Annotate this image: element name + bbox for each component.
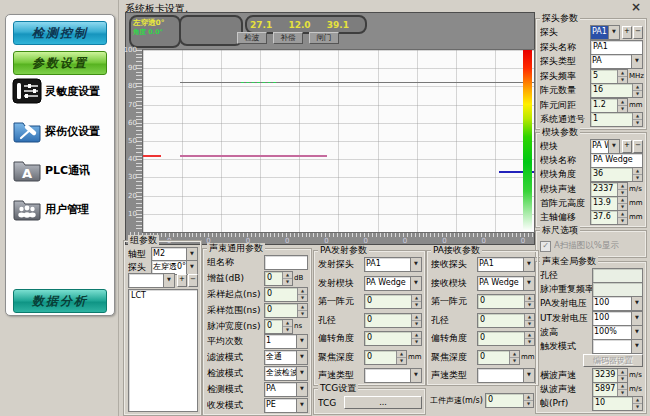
- remove-button[interactable]: −: [633, 140, 643, 153]
- wave-height[interactable]: 100%▼: [592, 325, 643, 340]
- spin-up-icon[interactable]: ▲: [510, 351, 519, 358]
- dropdown-arrow-icon[interactable]: ▼: [631, 55, 642, 68]
- gate-line-green[interactable]: [241, 82, 276, 83]
- txrx-mode[interactable]: PE▼: [264, 398, 308, 413]
- probe-frequency[interactable]: 5▲▼: [590, 69, 628, 84]
- dropdown-arrow-icon[interactable]: ▼: [631, 297, 642, 310]
- spin-down-icon[interactable]: ▼: [618, 77, 627, 83]
- element-pitch[interactable]: 1.2▲▼: [590, 98, 628, 113]
- add-button[interactable]: +: [622, 140, 632, 153]
- dropdown-arrow-icon[interactable]: ▼: [296, 351, 307, 364]
- spin-up-icon[interactable]: ▲: [633, 397, 642, 404]
- blank-display-button[interactable]: [179, 15, 243, 46]
- remove-button[interactable]: −: [188, 274, 198, 287]
- spin-up-icon[interactable]: ▲: [525, 314, 534, 321]
- spin-down-icon[interactable]: ▼: [298, 295, 307, 301]
- spin-up-icon[interactable]: ▲: [412, 314, 421, 321]
- add-button[interactable]: +: [622, 26, 632, 39]
- sample-start[interactable]: 0▲▼: [264, 287, 308, 302]
- dropdown-arrow-icon[interactable]: ▼: [163, 274, 174, 287]
- tx-velocity-type[interactable]: ▼: [364, 368, 422, 383]
- dropdown-arrow-icon[interactable]: ▼: [296, 335, 307, 348]
- spin-down-icon[interactable]: ▼: [525, 302, 534, 308]
- tx-wedge[interactable]: PA Wedge▼: [364, 276, 422, 291]
- tcg-button[interactable]: ...: [344, 396, 422, 409]
- prf-frames[interactable]: 10▲▼: [592, 396, 643, 411]
- spin-down-icon[interactable]: ▼: [283, 279, 292, 285]
- spin-up-icon[interactable]: ▲: [633, 113, 642, 120]
- rx-wedge[interactable]: PA Wedge▼: [477, 276, 535, 291]
- pa-tx-voltage[interactable]: 100▼: [592, 296, 643, 311]
- remove-button[interactable]: −: [633, 26, 643, 39]
- tx-first-element[interactable]: 0▲▼: [364, 294, 422, 309]
- spin-up-icon[interactable]: ▲: [283, 320, 292, 327]
- spin-up-icon[interactable]: ▲: [633, 168, 642, 175]
- dropdown-arrow-icon[interactable]: ▼: [296, 367, 307, 380]
- sidebar-item-user-management[interactable]: 用户管理: [12, 193, 110, 225]
- ut-tx-voltage[interactable]: 100▼: [592, 311, 643, 326]
- spin-down-icon[interactable]: ▼: [298, 311, 307, 317]
- probe-select[interactable]: PA1▼: [590, 25, 620, 40]
- sidebar-button-parameter-settings[interactable]: 参数设置: [13, 51, 107, 75]
- first-element-height[interactable]: 13.9▲▼: [590, 196, 628, 211]
- spin-up-icon[interactable]: ▲: [298, 288, 307, 295]
- spin-up-icon[interactable]: ▲: [618, 369, 627, 376]
- probe-type[interactable]: PA▼: [590, 54, 643, 69]
- spin-down-icon[interactable]: ▼: [412, 302, 421, 308]
- dropdown-arrow-icon[interactable]: ▼: [523, 277, 534, 290]
- spin-down-icon[interactable]: ▼: [525, 321, 534, 327]
- spin-down-icon[interactable]: ▼: [412, 321, 421, 327]
- axis-offset[interactable]: 37.6▲▼: [590, 210, 628, 225]
- spin-down-icon[interactable]: ▼: [633, 175, 642, 181]
- spin-up-icon[interactable]: ▲: [618, 197, 627, 204]
- workpiece-velocity[interactable]: 0▲▼: [485, 393, 534, 408]
- rx-aperture[interactable]: 0▲▼: [477, 313, 535, 328]
- dropdown-arrow-icon[interactable]: ▼: [523, 369, 534, 382]
- rectify-mode[interactable]: 全波检波▼: [264, 366, 308, 381]
- probe-name[interactable]: PA1: [590, 40, 643, 55]
- spin-up-icon[interactable]: ▲: [525, 295, 534, 302]
- spin-up-icon[interactable]: ▲: [618, 99, 627, 106]
- system-channel[interactable]: 1▲▼: [590, 112, 643, 127]
- list-item[interactable]: LCT: [129, 290, 197, 301]
- spin-up-icon[interactable]: ▲: [618, 183, 627, 190]
- sidebar-button-data-analysis[interactable]: 数据分析: [13, 289, 107, 313]
- compensate-button[interactable]: 补偿: [273, 32, 303, 44]
- dropdown-arrow-icon[interactable]: ▼: [410, 277, 421, 290]
- spin-down-icon[interactable]: ▼: [412, 339, 421, 345]
- dropdown-arrow-icon[interactable]: ▼: [608, 26, 619, 39]
- detect-mode[interactable]: PA▼: [264, 382, 308, 397]
- spin-up-icon[interactable]: ▲: [412, 295, 421, 302]
- spin-up-icon[interactable]: ▲: [618, 211, 627, 218]
- close-icon[interactable]: ×: [631, 0, 641, 14]
- dropdown-arrow-icon[interactable]: ▼: [186, 261, 197, 274]
- spin-up-icon[interactable]: ▲: [618, 383, 627, 390]
- dropdown-arrow-icon[interactable]: ▼: [410, 258, 421, 271]
- spin-down-icon[interactable]: ▼: [633, 91, 642, 97]
- spin-down-icon[interactable]: ▼: [633, 404, 642, 410]
- spin-up-icon[interactable]: ▲: [524, 394, 533, 401]
- rx-steer-angle[interactable]: 0▲▼: [477, 331, 535, 346]
- longitudinal-velocity[interactable]: 5897▲▼: [592, 382, 628, 397]
- dropdown-arrow-icon[interactable]: ▼: [296, 383, 307, 396]
- rx-first-element[interactable]: 0▲▼: [477, 294, 535, 309]
- add-button[interactable]: +: [177, 274, 187, 287]
- spin-up-icon[interactable]: ▲: [633, 84, 642, 91]
- spin-down-icon[interactable]: ▼: [525, 339, 534, 345]
- trigger-mode[interactable]: ▼: [592, 339, 643, 354]
- spin-down-icon[interactable]: ▼: [524, 401, 533, 407]
- group-combo[interactable]: ▼: [128, 273, 175, 288]
- gate-line-gray[interactable]: [180, 82, 534, 83]
- wedge-angle[interactable]: 36▲▼: [590, 167, 643, 182]
- dropdown-arrow-icon[interactable]: ▼: [631, 312, 642, 325]
- sample-range[interactable]: 0▲▼: [264, 303, 308, 318]
- dropdown-arrow-icon[interactable]: ▼: [631, 326, 642, 339]
- spin-down-icon[interactable]: ▼: [633, 120, 642, 126]
- spin-down-icon[interactable]: ▼: [283, 327, 292, 333]
- spin-up-icon[interactable]: ▲: [298, 304, 307, 311]
- sidebar-item-flaw-detector-settings[interactable]: 探伤仪设置: [12, 115, 110, 147]
- dropdown-arrow-icon[interactable]: ▼: [523, 258, 534, 271]
- sidebar-item-plc-comm[interactable]: A PLC通讯: [12, 154, 110, 186]
- spin-down-icon[interactable]: ▼: [618, 390, 627, 396]
- tx-focus-depth[interactable]: 0▲▼: [364, 350, 407, 365]
